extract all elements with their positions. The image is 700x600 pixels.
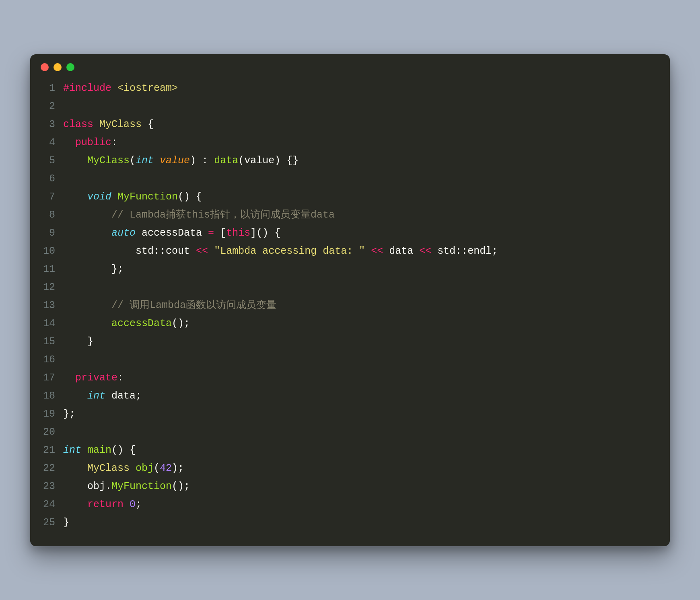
- token: (: [130, 155, 136, 166]
- token: int: [87, 390, 105, 402]
- code-content[interactable]: // 调用Lambda函数以访问成员变量: [63, 296, 660, 314]
- code-line[interactable]: 17 private:: [40, 369, 660, 387]
- code-content[interactable]: }: [63, 514, 660, 532]
- token: [124, 499, 130, 510]
- code-content[interactable]: [63, 423, 660, 441]
- code-content[interactable]: auto accessData = [this]() {: [63, 224, 660, 242]
- code-content[interactable]: int data;: [63, 387, 660, 405]
- token: ();: [172, 318, 190, 329]
- token: ) :: [190, 155, 214, 166]
- line-number: 15: [40, 333, 63, 351]
- code-line[interactable]: 9 auto accessData = [this]() {: [40, 224, 660, 242]
- token: [63, 372, 75, 384]
- code-content[interactable]: MyClass(int value) : data(value) {}: [63, 152, 660, 170]
- token: 42: [160, 462, 172, 474]
- code-content[interactable]: };: [63, 405, 660, 423]
- token: data: [214, 155, 238, 166]
- code-content[interactable]: int main() {: [63, 441, 660, 459]
- line-number: 14: [40, 314, 63, 333]
- code-line[interactable]: 15 }: [40, 333, 660, 351]
- code-line[interactable]: 24 return 0;: [40, 495, 660, 514]
- code-line[interactable]: 14 accessData();: [40, 314, 660, 333]
- code-line[interactable]: 20: [40, 423, 660, 441]
- token: [63, 499, 87, 510]
- token: [413, 245, 419, 257]
- code-content[interactable]: MyClass obj(42);: [63, 459, 660, 477]
- code-line[interactable]: 8 // Lambda捕获this指针，以访问成员变量data: [40, 206, 660, 224]
- code-line[interactable]: 1#include <iostream>: [40, 79, 660, 97]
- code-line[interactable]: 12: [40, 278, 660, 296]
- token: [136, 227, 142, 239]
- code-content[interactable]: std::cout << "Lambda accessing data: " <…: [63, 242, 660, 260]
- code-line[interactable]: 19};: [40, 405, 660, 423]
- token: [63, 390, 87, 402]
- token: value: [244, 155, 274, 166]
- minimize-icon[interactable]: [54, 63, 62, 71]
- token: }: [63, 336, 93, 347]
- code-content[interactable]: #include <iostream>: [63, 79, 660, 97]
- code-line[interactable]: 2: [40, 97, 660, 115]
- token: <iostream>: [117, 82, 178, 94]
- code-line[interactable]: 10 std::cout << "Lambda accessing data: …: [40, 242, 660, 260]
- code-line[interactable]: 5 MyClass(int value) : data(value) {}: [40, 152, 660, 170]
- code-line[interactable]: 23 obj.MyFunction();: [40, 477, 660, 495]
- code-line[interactable]: 4 public:: [40, 134, 660, 152]
- code-editor[interactable]: 1#include <iostream>2 3class MyClass {4 …: [30, 74, 670, 546]
- line-number: 16: [40, 351, 63, 369]
- token: MyClass: [99, 119, 142, 130]
- token: void: [87, 191, 111, 203]
- code-line[interactable]: 7 void MyFunction() {: [40, 188, 660, 206]
- code-content[interactable]: obj.MyFunction();: [63, 477, 660, 495]
- line-number: 4: [40, 134, 63, 152]
- token: main: [87, 444, 111, 456]
- token: public: [75, 137, 111, 148]
- line-number: 17: [40, 369, 63, 387]
- token: data: [111, 390, 136, 402]
- code-line[interactable]: 18 int data;: [40, 387, 660, 405]
- code-content[interactable]: [63, 351, 660, 369]
- token: [365, 245, 371, 257]
- token: obj: [136, 462, 154, 474]
- code-content[interactable]: public:: [63, 134, 660, 152]
- code-content[interactable]: private:: [63, 369, 660, 387]
- token: // 调用Lambda函数以访问成员变量: [111, 300, 276, 311]
- code-content[interactable]: accessData();: [63, 314, 660, 333]
- code-content[interactable]: [63, 278, 660, 296]
- line-number: 12: [40, 278, 63, 296]
- line-number: 18: [40, 387, 63, 405]
- line-number: 7: [40, 188, 63, 206]
- token: return: [87, 499, 124, 510]
- code-content[interactable]: class MyClass {: [63, 115, 660, 134]
- code-content[interactable]: [63, 97, 660, 115]
- code-line[interactable]: 25}: [40, 514, 660, 532]
- code-content[interactable]: }: [63, 333, 660, 351]
- token: =: [208, 227, 214, 239]
- maximize-icon[interactable]: [66, 63, 74, 71]
- line-number: 1: [40, 79, 63, 97]
- code-line[interactable]: 6: [40, 170, 660, 188]
- code-line[interactable]: 21int main() {: [40, 441, 660, 459]
- token: ;: [136, 499, 142, 510]
- code-content[interactable]: };: [63, 260, 660, 278]
- token: () {: [111, 444, 136, 456]
- token: MyFunction: [117, 191, 178, 203]
- code-content[interactable]: return 0;: [63, 495, 660, 514]
- line-number: 5: [40, 152, 63, 170]
- token: {: [142, 119, 154, 130]
- token: [202, 227, 208, 239]
- close-icon[interactable]: [41, 63, 49, 71]
- code-line[interactable]: 3class MyClass {: [40, 115, 660, 134]
- code-line[interactable]: 22 MyClass obj(42);: [40, 459, 660, 477]
- code-line[interactable]: 11 };: [40, 260, 660, 278]
- code-content[interactable]: void MyFunction() {: [63, 188, 660, 206]
- code-content[interactable]: // Lambda捕获this指针，以访问成员变量data: [63, 206, 660, 224]
- token: [111, 82, 117, 94]
- token: );: [172, 462, 184, 474]
- line-number: 24: [40, 495, 63, 514]
- token: [63, 191, 87, 203]
- code-line[interactable]: 16: [40, 351, 660, 369]
- token: :: [111, 137, 117, 148]
- code-line[interactable]: 13 // 调用Lambda函数以访问成员变量: [40, 296, 660, 314]
- code-content[interactable]: [63, 170, 660, 188]
- token: #include: [63, 82, 111, 94]
